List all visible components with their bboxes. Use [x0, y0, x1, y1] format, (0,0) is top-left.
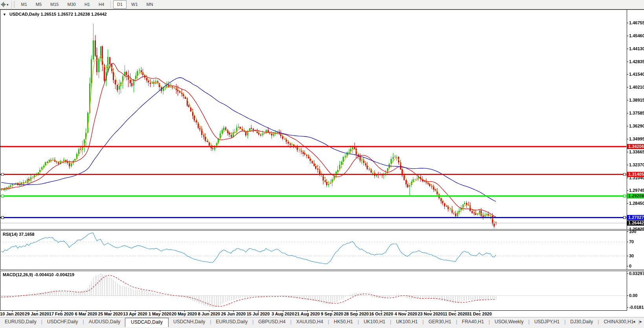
axis-tick — [627, 295, 628, 296]
timeframe-button-m5[interactable]: M5 — [32, 0, 46, 9]
tab-usdcnh-daily[interactable]: USDCNH,Daily — [169, 318, 210, 326]
tab-hk50-h1[interactable]: HK50,H1 — [329, 318, 358, 326]
axis-tick — [627, 87, 628, 87]
axis-tick — [627, 23, 628, 23]
timeframe-button-group: M1M5M15M30H1H4D1W1MN — [17, 0, 158, 9]
date-axis-label: 1 May 2020 — [149, 312, 171, 316]
tab-eurusd-daily[interactable]: EURUSD,Daily — [211, 318, 252, 326]
tab-audusd-daily[interactable]: AUDUSD,Daily — [84, 318, 125, 326]
tab-xauusd-h4[interactable]: XAUUSD,H4 — [292, 318, 328, 326]
tab-usdchf-daily[interactable]: USDCHF,Daily — [42, 318, 83, 326]
rsi-macd-separator[interactable] — [0, 270, 644, 271]
date-axis-label: 4 Nov 2020 — [394, 312, 417, 316]
rsi-axis-label: 70 — [629, 239, 634, 244]
axis-tick — [627, 231, 628, 232]
tab-ger30-h1[interactable]: GER30,H1 — [424, 318, 456, 326]
tabs-scroll-left-icon[interactable]: ◄ — [632, 319, 636, 324]
axis-tick — [627, 178, 628, 178]
date-axis-label: 8 Jun 2020 — [198, 312, 220, 316]
price-axis-label: 1.45460 — [629, 33, 644, 38]
crosshair-icon[interactable] — [1, 2, 6, 7]
price-axis-label: 1.33665 — [629, 149, 644, 154]
rsi-label: RSI(14) 37.1658 — [3, 232, 35, 237]
price-axis-label: 1.28450 — [629, 201, 644, 206]
rsi-axis-label: 30 — [629, 253, 634, 258]
macd-axis-label: 0.00 — [629, 293, 637, 298]
rsi-axis-label: 100 — [629, 229, 636, 234]
axis-tick — [627, 36, 628, 36]
chart-ohlc-values: 1.26515 1.26572 1.26238 1.26442 — [40, 12, 106, 16]
axis-tick — [627, 113, 628, 113]
tab-usdcad-daily[interactable]: USDCAD,Daily — [125, 318, 169, 327]
toolbar: ▾ M1M5M15M30H1H4D1W1MN — [0, 0, 644, 9]
hline-badge-1.31405[interactable]: 1.31405 — [627, 172, 644, 177]
axis-tick — [627, 139, 628, 139]
timeframe-button-w1[interactable]: W1 — [127, 0, 142, 9]
rsi-axis-label: 0 — [629, 264, 631, 268]
chart-bottom-border — [0, 310, 627, 311]
date-axis-label: 20 May 2020 — [172, 312, 197, 316]
price-axis-label: 1.44130 — [629, 46, 644, 51]
date-axis-label: 17 Feb 2020 — [49, 312, 73, 316]
price-axis-label: 1.46755 — [629, 20, 644, 25]
axis-tick — [627, 126, 628, 126]
macd-label: MACD(12,26,9) -0.004410 -0.004219 — [3, 272, 74, 277]
tab-usdjpy-h1[interactable]: USDJPY,H1 — [530, 318, 564, 326]
collapse-triangle-icon[interactable]: ▼ — [3, 13, 6, 16]
date-axis-label: 9 Sep 2020 — [321, 312, 343, 316]
timeframe-button-h4[interactable]: H4 — [95, 0, 108, 9]
date-axis-label: 10 Jan 2020 — [0, 312, 24, 316]
price-axis-label: 1.37585 — [629, 111, 644, 115]
hline-badge-1.34206[interactable]: 1.34206 — [627, 144, 644, 149]
tab-usoil-weekly[interactable]: USOil,Weekly — [490, 318, 528, 326]
chart-symbol-period: USDCAD,Daily — [9, 12, 39, 16]
axis-tick — [627, 49, 628, 49]
chevron-down-icon[interactable]: ▾ — [7, 3, 9, 7]
axis-tick — [627, 74, 628, 75]
timeframe-button-h1[interactable]: H1 — [81, 0, 94, 9]
chart-tabs: EURUSD,Daily|USDCHF,Daily|AUDUSD,DailyUS… — [0, 318, 644, 327]
date-axis-label: 11 Dec 2020 — [443, 312, 467, 316]
price-axis-border — [627, 10, 627, 310]
axis-tick — [627, 266, 628, 266]
axis-tick — [627, 256, 628, 256]
timeframe-button-d1[interactable]: D1 — [113, 0, 127, 9]
tab-gbpusd-h4[interactable]: GBPUSD,H4 — [253, 318, 290, 326]
tab-fra40-h1[interactable]: FRA40,H1 — [457, 318, 489, 326]
price-axis-label: 1.29745 — [629, 188, 644, 193]
date-axis-label: 15 Jul 2020 — [247, 312, 270, 316]
chart-tabbar: EURUSD,Daily|USDCHF,Daily|AUDUSD,DailyUS… — [0, 317, 644, 328]
hline-badge-1.29208[interactable]: 1.29208 — [627, 193, 644, 199]
tab-uk100-h1[interactable]: UK100,H1 — [359, 318, 390, 326]
toolbar-grip[interactable] — [13, 1, 15, 8]
chart-canvas[interactable] — [0, 10, 627, 310]
toolbar-group-divider — [110, 1, 111, 8]
macd-axis-label: -0.018154 — [629, 305, 644, 310]
date-axis-label: 21 Aug 2020 — [295, 312, 320, 316]
tabs-scroll-right-icon[interactable]: ► — [639, 319, 643, 324]
timeframe-button-m15[interactable]: M15 — [46, 0, 62, 9]
axis-tick — [627, 273, 628, 274]
date-axis-label: 16 Oct 2020 — [369, 312, 393, 316]
price-axis-label: 1.36290 — [629, 124, 644, 128]
current-price-badge: 1.26442 — [627, 220, 644, 226]
hline-badge-1.27027[interactable]: 1.27027 — [627, 215, 644, 220]
axis-tick — [627, 229, 628, 230]
chart-area: ▼ USDCAD,Daily 1.26515 1.26572 1.26238 1… — [0, 9, 644, 317]
price-axis-label: 1.38915 — [629, 98, 644, 102]
axis-tick — [627, 152, 628, 152]
axis-tick — [627, 242, 628, 242]
axis-tick — [627, 190, 628, 191]
axis-tick — [627, 203, 628, 204]
axis-tick — [627, 165, 628, 165]
main-rsi-separator[interactable] — [0, 229, 644, 231]
date-axis-label: 29 Jan 2020 — [25, 312, 49, 316]
date-axis-label: 28 Sep 2020 — [344, 312, 369, 316]
tab-eurusd-daily[interactable]: EURUSD,Daily — [0, 318, 41, 326]
tab-dj30-daily[interactable]: DJ30,Daily — [565, 318, 598, 326]
timeframe-button-mn[interactable]: MN — [143, 0, 157, 9]
tab-uk100-h1[interactable]: UK100,H1 — [391, 318, 422, 326]
timeframe-button-m30[interactable]: M30 — [64, 0, 80, 9]
timeframe-button-m1[interactable]: M1 — [17, 0, 31, 9]
date-axis-label: 25 Mar 2020 — [98, 312, 123, 316]
